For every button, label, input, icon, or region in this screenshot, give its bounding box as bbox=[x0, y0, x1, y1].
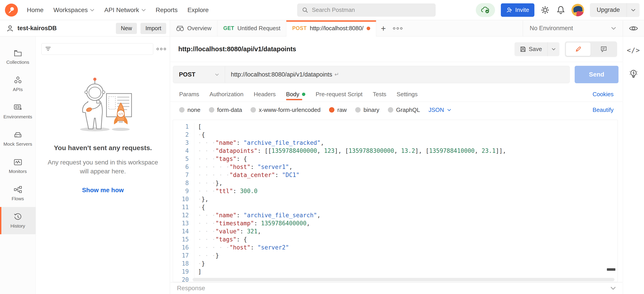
tab-overview[interactable]: Overview bbox=[170, 20, 218, 36]
editor-line[interactable]: 13· · ·"timestamp": 1359786400000, bbox=[173, 219, 618, 227]
pencil-icon bbox=[575, 46, 582, 52]
editor-line[interactable]: 4· · ·"datapoints": [[1359788400000, 123… bbox=[173, 147, 618, 155]
editor-line[interactable]: 5· · ·"tags": { bbox=[173, 155, 618, 163]
edit-mode-button[interactable] bbox=[566, 42, 590, 56]
nav-reports[interactable]: Reports bbox=[156, 6, 178, 14]
tab-headers[interactable]: Headers bbox=[254, 87, 276, 102]
tab-post-active[interactable]: POST http://localhost:8080/ bbox=[286, 20, 376, 36]
editor-line[interactable]: 15· · ·"tags": { bbox=[173, 236, 618, 244]
tab-get-untitled[interactable]: GET Untitled Request bbox=[218, 20, 286, 36]
sidebar-item-history[interactable]: History bbox=[0, 207, 36, 234]
editor-line[interactable]: 8· · ·}, bbox=[173, 179, 618, 187]
right-utility-rail: </> bbox=[623, 36, 644, 294]
environments-icon bbox=[14, 103, 22, 112]
editor-line[interactable]: 17· · ·} bbox=[173, 252, 618, 260]
sync-status-badge[interactable] bbox=[476, 3, 495, 17]
code-line-content: · · ·} bbox=[194, 252, 219, 260]
editor-line[interactable]: 16· · · · ·"host": "server2" bbox=[173, 244, 618, 252]
editor-line[interactable]: 9· · ·"ttl": 300.0 bbox=[173, 187, 618, 195]
notifications-bell-icon[interactable] bbox=[556, 5, 566, 15]
editor-horizontal-scrollbar[interactable] bbox=[192, 278, 614, 281]
new-button[interactable]: New bbox=[116, 23, 137, 34]
tab-options-button[interactable] bbox=[390, 20, 405, 36]
url-input[interactable]: http://localhost:8080/api/v1/datapoints … bbox=[225, 66, 570, 83]
editor-line[interactable]: 1[ bbox=[173, 122, 618, 131]
tab-body[interactable]: Body bbox=[286, 87, 305, 102]
send-button[interactable]: Send bbox=[575, 66, 618, 83]
history-filter-input[interactable] bbox=[54, 46, 150, 52]
nav-workspaces[interactable]: Workspaces bbox=[54, 6, 94, 14]
editor-line[interactable]: 3· · ·"name": "archive_file_tracked", bbox=[173, 139, 618, 147]
raw-language-selector[interactable]: JSON bbox=[428, 106, 451, 114]
chevron-down-icon bbox=[215, 74, 219, 76]
tab-authorization[interactable]: Authorization bbox=[210, 87, 244, 102]
editor-line[interactable]: 12· · ·"name": "archive_file_search", bbox=[173, 211, 618, 219]
code-snippet-icon[interactable]: </> bbox=[627, 46, 640, 54]
bodytype-form-data[interactable]: form-data bbox=[209, 106, 242, 114]
user-avatar[interactable] bbox=[572, 4, 584, 16]
code-line-content: · · ·"name": "archive_file_search", bbox=[194, 211, 320, 219]
tab-params[interactable]: Params bbox=[179, 87, 199, 102]
settings-gear-icon[interactable] bbox=[540, 5, 550, 15]
environment-quicklook-button[interactable] bbox=[623, 20, 644, 36]
save-button[interactable]: Save bbox=[514, 42, 547, 56]
editor-line[interactable]: 11·{ bbox=[173, 203, 618, 211]
upgrade-caret[interactable] bbox=[626, 3, 640, 17]
sidebar-item-apis[interactable]: APIs bbox=[0, 70, 36, 98]
nav-home[interactable]: Home bbox=[27, 6, 44, 14]
bodytype-raw[interactable]: raw bbox=[329, 106, 347, 114]
expand-response-button[interactable] bbox=[610, 286, 616, 290]
tab-pre-request-script[interactable]: Pre-request Script bbox=[316, 87, 362, 102]
radio-icon bbox=[388, 107, 393, 112]
sidebar-item-mock-servers[interactable]: Mock Servers bbox=[0, 125, 36, 152]
editor-line[interactable]: 14· · ·"value": 321, bbox=[173, 227, 618, 236]
editor-line[interactable]: 2·{ bbox=[173, 131, 618, 139]
beautify-link[interactable]: Beautify bbox=[592, 106, 614, 114]
editor-line[interactable]: 10·}, bbox=[173, 195, 618, 203]
editor-scrollbar-thumb[interactable] bbox=[607, 268, 615, 271]
code-line-content: · · ·"datapoints": [[1359788400000, 123]… bbox=[194, 147, 506, 155]
editor-line[interactable]: 6· · · · ·"host": "server1", bbox=[173, 163, 618, 171]
editor-line[interactable]: 18·} bbox=[173, 260, 618, 268]
body-has-content-dot bbox=[302, 93, 305, 96]
import-button[interactable]: Import bbox=[140, 23, 166, 34]
nav-explore[interactable]: Explore bbox=[188, 6, 209, 14]
line-number: 2 bbox=[173, 131, 194, 139]
cookies-link[interactable]: Cookies bbox=[592, 91, 614, 98]
workspace-name[interactable]: test-kairosDB bbox=[18, 25, 112, 32]
tab-tests[interactable]: Tests bbox=[373, 87, 386, 102]
bodytype-urlencoded[interactable]: x-www-form-urlencoded bbox=[250, 106, 320, 114]
sidebar-item-flows[interactable]: Flows bbox=[0, 180, 36, 207]
method-selector[interactable]: POST bbox=[173, 66, 225, 83]
lightbulb-icon[interactable] bbox=[628, 69, 638, 80]
history-filter-box[interactable] bbox=[42, 43, 153, 55]
body-code-editor[interactable]: 1[2·{3· · ·"name": "archive_file_tracked… bbox=[173, 120, 618, 282]
show-me-how-link[interactable]: Show me how bbox=[82, 186, 124, 194]
save-options-caret[interactable] bbox=[547, 42, 560, 56]
editor-line[interactable]: 7· · · · ·"data_center": "DC1" bbox=[173, 171, 618, 179]
radio-icon bbox=[209, 107, 214, 112]
unsaved-changes-dot bbox=[367, 27, 370, 30]
sidebar-item-collections[interactable]: Collections bbox=[0, 43, 36, 70]
invite-button[interactable]: Invite bbox=[501, 3, 534, 17]
upgrade-button[interactable]: Upgrade bbox=[590, 3, 626, 17]
search-input[interactable] bbox=[312, 6, 431, 14]
request-title[interactable]: http://localhost:8080/api/v1/datapoints bbox=[178, 46, 514, 53]
bodytype-graphql[interactable]: GraphQL bbox=[388, 106, 420, 114]
new-tab-button[interactable]: + bbox=[376, 20, 390, 36]
global-search[interactable] bbox=[297, 4, 436, 16]
line-number: 19 bbox=[173, 268, 194, 276]
sidebar-item-environments[interactable]: Environments bbox=[0, 98, 36, 125]
tab-settings[interactable]: Settings bbox=[396, 87, 418, 102]
navbar-actions: Invite bbox=[476, 3, 640, 17]
postman-logo-icon[interactable] bbox=[5, 4, 18, 16]
history-more-button[interactable] bbox=[156, 44, 166, 54]
bodytype-binary[interactable]: binary bbox=[355, 106, 380, 114]
environment-selector[interactable]: No Environment bbox=[523, 20, 623, 36]
comment-mode-button[interactable] bbox=[592, 42, 616, 56]
history-filter-row bbox=[36, 36, 170, 55]
nav-api-network[interactable]: API Network bbox=[104, 6, 146, 14]
editor-line[interactable]: 19] bbox=[173, 268, 618, 276]
sidebar-item-monitors[interactable]: Monitors bbox=[0, 152, 36, 180]
bodytype-none[interactable]: none bbox=[179, 106, 200, 114]
